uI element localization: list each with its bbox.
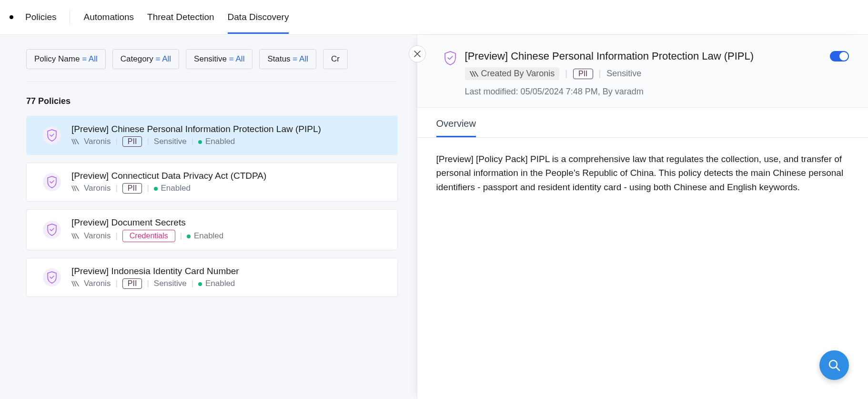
category-tag: PII — [573, 69, 593, 79]
meta-separator: | — [192, 279, 193, 288]
varonis-icon — [71, 281, 79, 286]
policy-card[interactable]: [Preview] Connecticut Data Privacy Act (… — [26, 163, 398, 202]
policy-meta: Varonis|PII| Enabled — [71, 183, 266, 194]
filter-value: = All — [293, 54, 308, 63]
policy-title: [Preview] Chinese Personal Information P… — [71, 124, 321, 134]
varonis-icon — [71, 139, 79, 144]
policy-detail-panel: [Preview] Chinese Personal Information P… — [417, 35, 868, 399]
shield-icon — [43, 173, 61, 191]
filter-value: = All — [155, 54, 171, 63]
nav-tab-automations[interactable]: Automations — [83, 1, 134, 33]
policies-list-pane: Policy Name = All Category = All Sensiti… — [0, 35, 417, 399]
policy-creator: Varonis — [84, 137, 111, 146]
search-icon — [827, 358, 841, 372]
policy-card[interactable]: [Preview] Indonesia Identity Card Number… — [26, 258, 398, 297]
nav-separator — [70, 10, 70, 24]
category-tag: PII — [122, 183, 142, 194]
meta-separator: | — [147, 137, 149, 146]
policy-meta: Varonis|Credentials| Enabled — [71, 230, 223, 242]
meta-separator: | — [115, 231, 117, 241]
floating-search-button[interactable] — [819, 350, 849, 380]
shield-icon — [444, 50, 456, 97]
detail-title: [Preview] Chinese Personal Information P… — [465, 50, 754, 62]
meta-separator: | — [115, 184, 117, 193]
nav-tab-data-discovery[interactable]: Data Discovery — [228, 1, 289, 33]
created-by-text: Created By Varonis — [481, 69, 555, 79]
filter-label: Status — [267, 54, 290, 63]
meta-separator: | — [115, 279, 117, 288]
enabled-status: Enabled — [198, 137, 235, 146]
filter-category[interactable]: Category = All — [112, 49, 179, 69]
sensitive-label: Sensitive — [154, 279, 187, 288]
meta-separator: | — [192, 137, 193, 146]
policy-list: [Preview] Chinese Personal Information P… — [26, 116, 398, 297]
category-tag: PII — [122, 136, 142, 147]
enabled-label: Enabled — [203, 137, 235, 146]
meta-separator: | — [180, 231, 182, 241]
category-tag: Credentials — [122, 230, 175, 242]
nav-tab-policies[interactable]: Policies — [25, 1, 56, 33]
enabled-status: Enabled — [154, 184, 191, 193]
meta-separator: | — [599, 69, 601, 79]
created-by-badge: Created By Varonis — [465, 67, 560, 80]
enabled-toggle[interactable] — [830, 51, 849, 61]
policies-count: 77 Policies — [26, 82, 398, 116]
enabled-label: Enabled — [192, 231, 223, 240]
detail-description: [Preview] [Policy Pack] PIPL is a compre… — [417, 138, 868, 208]
filter-label: Sensitive — [194, 54, 227, 63]
enabled-dot-icon — [187, 235, 191, 238]
enabled-dot-icon — [154, 187, 158, 191]
last-modified: Last modified: 05/05/2024 7:48 PM, By va… — [465, 87, 849, 97]
filter-row: Policy Name = All Category = All Sensiti… — [26, 49, 398, 82]
shield-icon — [43, 268, 61, 286]
enabled-status: Enabled — [187, 231, 223, 241]
meta-separator: | — [147, 184, 149, 193]
nav-tab-threat-detection[interactable]: Threat Detection — [147, 1, 214, 33]
nav-indicator-dot — [10, 15, 13, 19]
enabled-label: Enabled — [203, 279, 235, 288]
detail-header: [Preview] Chinese Personal Information P… — [417, 35, 868, 108]
category-tag: PII — [122, 278, 142, 289]
enabled-status: Enabled — [198, 279, 235, 288]
filter-status[interactable]: Status = All — [259, 49, 316, 69]
enabled-dot-icon — [198, 140, 202, 144]
policy-creator: Varonis — [84, 231, 111, 241]
meta-separator: | — [147, 279, 149, 288]
enabled-label: Enabled — [159, 184, 191, 193]
varonis-icon — [71, 185, 79, 191]
policy-creator: Varonis — [84, 184, 111, 193]
policy-title: [Preview] Indonesia Identity Card Number — [71, 266, 239, 276]
close-icon[interactable] — [409, 45, 426, 62]
policy-meta: Varonis|PII|Sensitive| Enabled — [71, 278, 239, 289]
filter-label: Cr — [331, 54, 340, 63]
enabled-dot-icon — [198, 282, 202, 286]
top-nav: Policies Automations Threat Detection Da… — [0, 0, 868, 35]
filter-created-by[interactable]: Cr — [323, 49, 348, 69]
policy-title: [Preview] Connecticut Data Privacy Act (… — [71, 171, 266, 181]
policy-title: [Preview] Document Secrets — [71, 217, 223, 228]
shield-icon — [43, 221, 61, 239]
varonis-icon — [71, 233, 79, 239]
filter-policy-name[interactable]: Policy Name = All — [26, 49, 106, 69]
sensitive-label: Sensitive — [154, 137, 187, 146]
filter-value: = All — [82, 54, 98, 63]
detail-tabs: Overview — [417, 108, 868, 138]
policy-meta: Varonis|PII|Sensitive| Enabled — [71, 136, 321, 147]
policy-card[interactable]: [Preview] Chinese Personal Information P… — [26, 116, 398, 155]
policy-creator: Varonis — [84, 279, 111, 288]
meta-separator: | — [565, 69, 567, 79]
tab-overview[interactable]: Overview — [436, 118, 476, 137]
filter-sensitive[interactable]: Sensitive = All — [186, 49, 252, 69]
filter-value: = All — [229, 54, 245, 63]
filter-label: Policy Name — [34, 54, 80, 63]
varonis-icon — [470, 71, 478, 77]
svg-line-1 — [836, 367, 839, 370]
shield-icon — [43, 126, 61, 144]
sensitive-label: Sensitive — [606, 69, 641, 79]
policy-card[interactable]: [Preview] Document SecretsVaronis|Creden… — [26, 209, 398, 250]
meta-separator: | — [115, 137, 117, 146]
filter-label: Category — [121, 54, 153, 63]
